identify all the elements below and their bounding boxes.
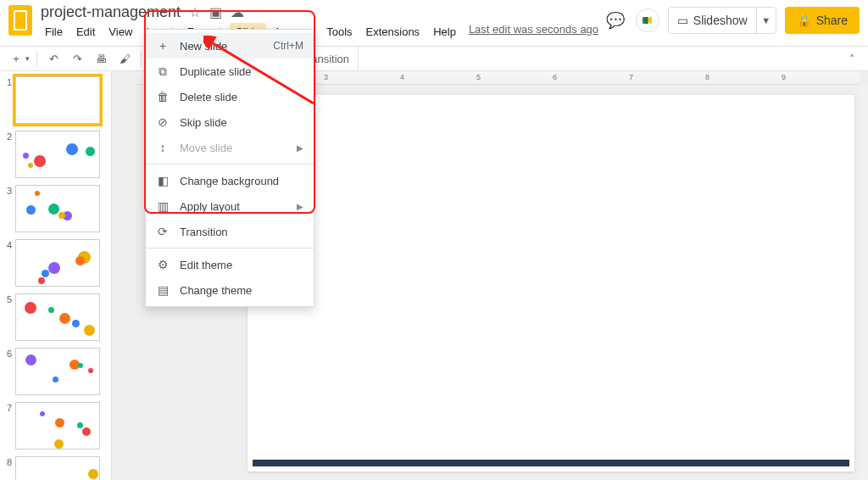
filmstrip: 12345678 — [0, 71, 112, 480]
menu-edit[interactable]: Edit — [70, 23, 101, 41]
menu-item-label: New slide — [180, 40, 227, 53]
menu-item-apply-layout[interactable]: ▥Apply layout▶ — [146, 193, 314, 219]
slide-thumbnail-7[interactable] — [15, 402, 100, 449]
menu-item-label: Move slide — [180, 142, 232, 154]
menu-item-icon: 🗑 — [156, 90, 170, 103]
menu-item-icon: + — [156, 39, 170, 53]
slide-number: 7 — [3, 402, 12, 449]
slide-thumbnail-8[interactable] — [15, 456, 100, 480]
menu-item-move-slide: ↕Move slide▶ — [146, 135, 314, 160]
redo-button[interactable]: ↷ — [66, 48, 88, 69]
menu-item-icon: ↕ — [156, 141, 170, 154]
menu-item-icon: ⟳ — [156, 225, 170, 238]
document-title[interactable]: project-management — [39, 3, 182, 21]
slides-app-icon[interactable] — [8, 5, 32, 36]
menu-item-label: Change background — [180, 175, 279, 187]
menu-item-label: Duplicate slide — [180, 65, 252, 78]
move-folder-icon[interactable]: ▣ — [208, 4, 224, 21]
menu-item-change-background[interactable]: ◧Change background — [146, 168, 314, 193]
menu-item-new-slide[interactable]: +New slideCtrl+M — [146, 33, 314, 59]
ruler-tick: 9 — [782, 73, 786, 81]
slide-number: 4 — [3, 239, 12, 287]
last-edit[interactable]: Last edit was seconds ago — [469, 23, 598, 41]
slide-menu-dropdown: +New slideCtrl+M⧉Duplicate slide🗑Delete … — [145, 29, 314, 307]
menu-item-label: Transition — [180, 226, 228, 238]
slide-number: 6 — [3, 348, 12, 395]
menu-item-edit-theme[interactable]: ⚙Edit theme — [146, 252, 314, 277]
slide-number: 2 — [3, 131, 12, 178]
menu-file[interactable]: File — [39, 23, 69, 41]
meet-icon[interactable] — [636, 8, 659, 32]
slide-thumbnail-6[interactable] — [15, 348, 100, 395]
slide-number: 3 — [3, 185, 12, 232]
slide-footer-bar — [253, 460, 849, 466]
slide-number: 1 — [3, 76, 12, 124]
present-icon: ▭ — [677, 14, 688, 27]
menu-item-icon: ⧉ — [156, 64, 170, 79]
slideshow-label: Slideshow — [693, 14, 748, 27]
star-icon[interactable]: ☆ — [187, 4, 203, 21]
collapse-toolbar-icon[interactable]: ˄ — [841, 53, 863, 65]
toolbar: +▾ ↶ ↷ 🖶 🖌 🔍▾ ▲ T Theme Transition ˄ — [0, 46, 868, 71]
menu-item-skip-slide[interactable]: ⊘Skip slide — [146, 109, 314, 135]
menu-item-shortcut: Ctrl+M — [273, 40, 303, 52]
menu-item-duplicate-slide[interactable]: ⧉Duplicate slide — [146, 59, 314, 84]
slide-thumbnail-5[interactable] — [15, 293, 100, 341]
menu-view[interactable]: View — [103, 23, 138, 41]
menu-item-delete-slide[interactable]: 🗑Delete slide — [146, 84, 314, 109]
slide-thumbnail-2[interactable] — [15, 131, 100, 178]
print-button[interactable]: 🖶 — [90, 48, 112, 69]
cloud-status-icon[interactable]: ☁ — [229, 4, 246, 21]
new-slide-button[interactable]: + — [5, 48, 27, 69]
menu-item-label: Apply layout — [180, 200, 240, 213]
slide-thumbnail-4[interactable] — [15, 239, 100, 287]
share-button[interactable]: 🔒 Share — [785, 7, 860, 34]
new-slide-dropdown[interactable]: ▾ — [25, 54, 30, 63]
ruler-tick: 7 — [629, 73, 633, 81]
ruler-tick: 3 — [324, 73, 328, 81]
slide-canvas[interactable] — [248, 95, 854, 472]
share-label: Share — [816, 14, 848, 27]
slide-number: 8 — [3, 456, 12, 480]
lock-icon: 🔒 — [797, 14, 811, 27]
vertical-scrollbar[interactable] — [860, 85, 868, 480]
slideshow-button[interactable]: ▭Slideshow ▼ — [668, 7, 776, 34]
ruler-tick: 6 — [553, 73, 557, 81]
submenu-arrow-icon: ▶ — [297, 202, 303, 211]
menu-item-label: Skip slide — [180, 116, 227, 129]
ruler-tick: 5 — [476, 73, 481, 81]
menu-extensions[interactable]: Extensions — [360, 23, 426, 41]
ruler-tick: 4 — [400, 73, 404, 81]
paint-format-button[interactable]: 🖌 — [114, 48, 136, 69]
undo-button[interactable]: ↶ — [42, 48, 64, 69]
slide-thumbnail-1[interactable] — [15, 76, 100, 124]
menu-item-change-theme[interactable]: ▤Change theme — [146, 277, 314, 303]
menu-item-label: Edit theme — [180, 259, 232, 271]
menu-item-icon: ▤ — [156, 283, 170, 297]
menu-item-icon: ◧ — [156, 174, 170, 187]
menu-item-label: Delete slide — [180, 91, 237, 103]
menu-item-icon: ⚙ — [156, 258, 170, 271]
slide-thumbnail-3[interactable] — [15, 185, 100, 232]
menu-help[interactable]: Help — [427, 23, 462, 41]
ruler-tick: 8 — [705, 73, 709, 81]
menu-item-icon: ⊘ — [156, 115, 170, 129]
comments-icon[interactable]: 💬 — [604, 8, 627, 32]
menu-item-icon: ▥ — [156, 199, 170, 213]
menu-tools[interactable]: Tools — [320, 23, 358, 41]
submenu-arrow-icon: ▶ — [297, 143, 303, 153]
menu-item-label: Change theme — [180, 284, 252, 297]
slide-number: 5 — [3, 293, 12, 341]
slideshow-dropdown[interactable]: ▼ — [757, 15, 776, 25]
menu-item-transition[interactable]: ⟳Transition — [146, 219, 314, 244]
